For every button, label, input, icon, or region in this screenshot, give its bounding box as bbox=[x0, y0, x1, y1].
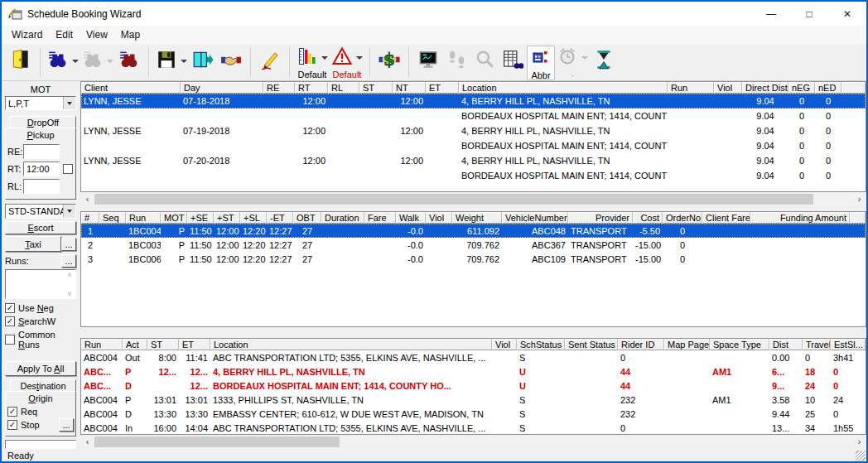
hourglass-button[interactable] bbox=[590, 46, 618, 77]
column-header[interactable]: # bbox=[81, 212, 99, 224]
column-header[interactable]: Seq bbox=[99, 212, 126, 224]
rl-input[interactable] bbox=[23, 179, 60, 194]
column-header[interactable]: Travel bbox=[803, 339, 831, 350]
column-header[interactable]: -ET bbox=[267, 212, 293, 224]
menu-map[interactable]: Map bbox=[114, 27, 147, 42]
table-row[interactable]: 31BC006P11:5012:0012:2012:2727-0.0709.76… bbox=[81, 252, 866, 266]
edit-button[interactable] bbox=[256, 46, 284, 77]
column-header[interactable]: Fare bbox=[364, 212, 396, 224]
column-header[interactable]: nED bbox=[815, 82, 841, 94]
trips-hscrollbar[interactable]: ‹ › bbox=[80, 192, 866, 206]
column-header[interactable]: Viol bbox=[426, 212, 452, 224]
maximize-button[interactable]: □ bbox=[790, 2, 828, 26]
column-header[interactable]: Walk bbox=[396, 212, 426, 224]
table-row[interactable]: BORDEAUX HOSPITAL MAIN ENT; 1414, COUNTY… bbox=[81, 138, 866, 153]
table-row[interactable]: 21BC003P11:5012:0012:2012:2727-0.0709.76… bbox=[81, 238, 866, 252]
column-header[interactable]: Duration bbox=[321, 212, 364, 224]
column-header[interactable]: +ST bbox=[214, 212, 240, 224]
column-header[interactable]: EstSl... bbox=[831, 339, 866, 350]
column-header[interactable]: RT bbox=[295, 82, 328, 94]
scroll-left-icon[interactable]: ‹ bbox=[80, 192, 94, 206]
escort-button[interactable]: Escort bbox=[5, 221, 76, 234]
chevron-down-icon[interactable] bbox=[63, 205, 75, 217]
runs-listbox[interactable]: ∧∨ bbox=[5, 269, 76, 299]
column-header[interactable]: Direct Dist bbox=[742, 82, 788, 94]
use-neg-checkbox[interactable] bbox=[5, 303, 15, 313]
run-sheet-find-button[interactable] bbox=[499, 46, 527, 77]
scrollbar-thumb[interactable] bbox=[94, 194, 813, 205]
chevron-down-icon[interactable] bbox=[181, 60, 187, 63]
menu-wizard[interactable]: Wizard bbox=[5, 27, 49, 42]
runs-more-button[interactable]: ... bbox=[61, 254, 76, 268]
use-neg-checkbox-row[interactable]: Use Neg bbox=[5, 303, 76, 313]
column-header[interactable]: Cost bbox=[633, 212, 663, 224]
chevron-down-icon[interactable] bbox=[321, 56, 328, 60]
column-header[interactable]: ST bbox=[147, 339, 179, 350]
find-client-button[interactable] bbox=[46, 46, 80, 77]
column-header[interactable]: Act bbox=[123, 339, 147, 350]
run-stops-hscrollbar[interactable]: ‹ › bbox=[80, 435, 866, 449]
rt-input[interactable] bbox=[23, 162, 60, 176]
table-row[interactable]: ABC...P12...12...4, BERRY HILL PL, NASHV… bbox=[81, 364, 866, 379]
abbr-button[interactable]: Abbr bbox=[527, 46, 555, 80]
column-header[interactable]: RL bbox=[328, 82, 359, 94]
common-runs-checkbox[interactable] bbox=[5, 335, 15, 345]
table-row[interactable]: LYNN, JESSE07-20-201812:0012:004, BERRY … bbox=[81, 153, 866, 168]
table-row[interactable]: ABC004Out8:0011:41ABC TRANSPORTATION LTD… bbox=[81, 350, 866, 364]
table-row[interactable]: BORDEAUX HOSPITAL MAIN ENT; 1414, COUNTY… bbox=[81, 109, 866, 123]
scroll-left-icon[interactable]: ‹ bbox=[80, 435, 94, 449]
column-header[interactable]: Viol bbox=[492, 339, 517, 350]
stop-checkbox-row[interactable]: Stop ... bbox=[7, 418, 74, 432]
column-header[interactable]: Sent Status bbox=[565, 339, 618, 350]
column-header[interactable]: Run bbox=[668, 82, 714, 94]
fare-button[interactable]: $ bbox=[375, 46, 403, 77]
column-header[interactable]: NT bbox=[393, 82, 426, 94]
service-type-combo[interactable]: STD-STANDA bbox=[5, 204, 76, 218]
column-header[interactable]: Run bbox=[81, 339, 123, 350]
column-header[interactable]: Rider ID bbox=[618, 339, 664, 350]
table-row[interactable]: LYNN, JESSE07-18-201812:0012:004, BERRY … bbox=[81, 94, 866, 109]
minimize-button[interactable]: — bbox=[752, 2, 790, 26]
column-header[interactable]: VehicleNumber bbox=[502, 212, 568, 224]
column-header[interactable]: OBT bbox=[293, 212, 321, 224]
table-row[interactable]: ABC004P13:0113:011333, PHILLIPS ST, NASH… bbox=[81, 393, 866, 407]
negotiate-button[interactable] bbox=[217, 46, 245, 77]
chevron-down-icon[interactable] bbox=[72, 60, 79, 63]
column-header[interactable]: Client bbox=[81, 82, 181, 94]
re-input[interactable] bbox=[23, 144, 60, 159]
save-button[interactable] bbox=[154, 46, 189, 77]
table-row[interactable]: BORDEAUX HOSPITAL MAIN ENT; 1414, COUNTY… bbox=[81, 168, 866, 183]
resize-grip-icon[interactable] bbox=[856, 451, 866, 461]
violations-button[interactable]: Default bbox=[330, 46, 364, 80]
tab-pickup[interactable]: Pickup bbox=[7, 129, 74, 142]
scroll-right-icon[interactable]: › bbox=[852, 435, 866, 449]
common-runs-checkbox-row[interactable]: Common Runs bbox=[5, 330, 76, 350]
scrollbar-thumb[interactable] bbox=[94, 436, 340, 447]
column-header[interactable]: Client Fare bbox=[702, 212, 750, 224]
chevron-down-icon[interactable] bbox=[356, 56, 363, 60]
req-checkbox-row[interactable]: Req bbox=[7, 407, 74, 417]
column-header[interactable]: SchStatus bbox=[517, 339, 565, 350]
apply-to-all-button[interactable]: Apply To All bbox=[5, 361, 76, 375]
column-header[interactable]: Dist bbox=[769, 339, 803, 350]
column-header[interactable]: nEG bbox=[788, 82, 815, 94]
column-header[interactable]: Provider bbox=[568, 212, 633, 224]
scroll-up-icon[interactable]: ∧ bbox=[67, 271, 72, 278]
taxi-button[interactable]: Taxi bbox=[5, 236, 61, 252]
column-header[interactable] bbox=[850, 212, 866, 224]
column-header[interactable]: Day bbox=[181, 82, 263, 94]
map-monitor-button[interactable] bbox=[414, 46, 442, 77]
column-header[interactable]: Location bbox=[459, 82, 668, 94]
table-row[interactable]: ABC004D13:3013:30EMBASSY CENTER; 610-612… bbox=[81, 407, 866, 421]
table-row[interactable]: 11BC004P11:5012:0012:2012:2727-0.0611.09… bbox=[81, 224, 866, 238]
table-row[interactable]: LYNN, JESSE07-19-201812:0012:004, BERRY … bbox=[81, 123, 866, 138]
runs-listbox-scrollbar[interactable]: ∧∨ bbox=[65, 271, 75, 297]
column-header[interactable]: +SL bbox=[240, 212, 267, 224]
find-trip-button[interactable] bbox=[115, 46, 143, 77]
column-header[interactable]: RE bbox=[263, 82, 295, 94]
menu-view[interactable]: View bbox=[80, 27, 114, 42]
table-row[interactable]: ABC004In16:0014:04ABC TRANSPORTATION LTD… bbox=[81, 421, 866, 435]
mot-combo[interactable]: L,P,T bbox=[5, 96, 76, 110]
stop-more-button[interactable]: ... bbox=[59, 418, 74, 432]
taxi-more-button[interactable]: ... bbox=[61, 238, 76, 251]
